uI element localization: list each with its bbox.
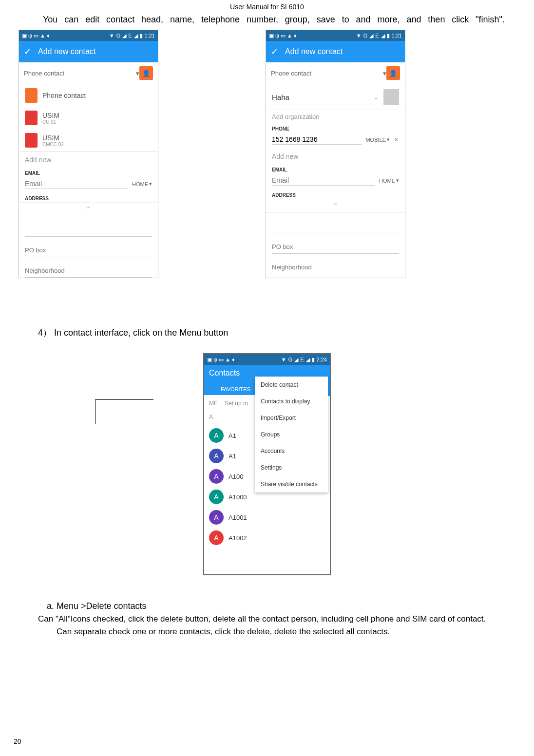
phone-input[interactable] <box>272 134 362 145</box>
email-type-selector[interactable]: HOME ▾ <box>132 181 152 187</box>
email-type-selector[interactable]: HOME ▾ <box>379 177 399 184</box>
dropdown-icon: ▾ <box>136 70 139 77</box>
avatar-icon: A <box>209 428 224 443</box>
subsection-heading: a. Menu >Delete contacts <box>38 600 515 613</box>
account-selector[interactable]: Phone contact ▾ 👤 <box>19 62 158 84</box>
subsection-p2: Can separate check one or more contacts,… <box>38 625 515 638</box>
address-label: ADDRESS <box>19 193 158 202</box>
contact-avatar-icon: 👤 <box>386 66 400 80</box>
expand-icon[interactable]: ⌄ <box>373 94 379 101</box>
sig3-icon: ◢ <box>306 357 310 363</box>
sig-icon: ◢ <box>294 357 298 363</box>
pobox-input[interactable] <box>272 240 399 254</box>
sim-icon <box>25 133 38 148</box>
photo-placeholder[interactable] <box>383 89 399 105</box>
collapse-icon[interactable]: ⌃ <box>266 199 405 213</box>
sig-icon: ◢ <box>122 33 126 39</box>
sig2-icon: E <box>128 33 132 38</box>
email-input[interactable] <box>25 179 128 189</box>
sig2-icon: E <box>300 357 304 362</box>
contact-name: A1001 <box>229 514 247 521</box>
account-option-usim2[interactable]: USIMCMCC 02 <box>19 129 158 151</box>
avatar-icon: A <box>209 449 224 463</box>
name-input[interactable] <box>272 93 368 101</box>
organization-input[interactable]: Add organization <box>266 110 405 123</box>
finish-icon[interactable]: ✓ <box>271 46 278 57</box>
doc-header: User Manual for SL6010 <box>0 0 534 11</box>
sig2-icon: E <box>375 33 379 38</box>
email-label: EMAIL <box>19 168 158 177</box>
app-bar: ✓ Add new contact <box>266 41 405 62</box>
nav-icon: ▣ ψ ▭ ▲ ♦ <box>269 33 297 39</box>
avatar-icon: A <box>209 510 224 525</box>
app-bar: ✓ Add new contact <box>19 41 158 62</box>
clock: 1:21 <box>145 33 155 38</box>
pobox-input[interactable] <box>25 244 152 257</box>
page-number: 20 <box>14 737 21 745</box>
status-bar: ▣ ψ ▭ ▲ ♦ ▼ G ◢ E ◢ ▮ 1:21 <box>19 30 158 41</box>
neighborhood-input[interactable] <box>25 264 152 278</box>
battery-icon: ▮ <box>312 357 315 363</box>
neighborhood-input[interactable] <box>272 261 399 274</box>
net-icon: G <box>288 357 293 362</box>
option-sublabel: CMCC 02 <box>42 142 64 147</box>
dropdown-icon: ▾ <box>383 70 386 77</box>
app-title: Add new contact <box>285 47 343 56</box>
contact-name: A1000 <box>229 493 247 501</box>
contact-name: A1 <box>229 453 236 460</box>
phone-type-selector[interactable]: MOBILE ▾ <box>365 136 390 143</box>
clock: 2:24 <box>317 357 327 362</box>
wifi-icon: ▼ <box>109 33 114 38</box>
status-bar: ▣ ψ ▭ ▲ ♦ ▼ G ◢ E ◢ ▮ 2:24 <box>204 354 330 365</box>
account-selector[interactable]: Phone contact ▾ 👤 <box>266 62 405 84</box>
addr-line1[interactable] <box>25 223 152 237</box>
contact-row[interactable]: AA1002 <box>204 528 330 548</box>
screenshot-contacts-menu: ▣ ψ ▭ ▲ ♦ ▼ G ◢ E ◢ ▮ 2:24 Contacts FAVO… <box>203 353 331 575</box>
avatar-icon: A <box>209 530 224 545</box>
menu-settings[interactable]: Settings <box>255 459 328 476</box>
menu-accounts[interactable]: Accounts <box>255 443 328 459</box>
account-option-phone[interactable]: Phone contact <box>19 84 158 107</box>
contact-row[interactable]: AA1001 <box>204 507 330 528</box>
phone-contact-icon <box>25 88 38 103</box>
add-new-row[interactable]: Add new <box>266 149 405 164</box>
sig3-icon: ◢ <box>134 33 138 39</box>
screenshot-add-contact-2: ▣ ψ ▭ ▲ ♦ ▼ G ◢ E ◢ ▮ 1:21 ✓ Add new con… <box>266 30 405 278</box>
menu-delete-contact[interactable]: Delete contact <box>255 377 328 393</box>
avatar-icon: A <box>209 490 224 504</box>
menu-contacts-display[interactable]: Contacts to display <box>255 393 328 410</box>
option-label: USIM <box>42 134 64 142</box>
email-input[interactable] <box>272 175 375 186</box>
menu-share-visible[interactable]: Share visible contacts <box>255 476 328 492</box>
nav-icon: ▣ ψ ▭ ▲ ♦ <box>207 357 235 363</box>
contact-avatar-icon: 👤 <box>139 66 153 80</box>
close-icon[interactable]: ✕ <box>394 136 399 143</box>
account-option-usim1[interactable]: USIMCU 01 <box>19 107 158 129</box>
account-dropdown: Phone contact USIMCU 01 USIMCMCC 02 <box>19 84 158 152</box>
add-new-row[interactable]: Add new <box>19 152 158 168</box>
account-label: Phone contact <box>271 70 311 77</box>
battery-icon: ▮ <box>387 33 390 39</box>
email-label: EMAIL <box>266 164 405 173</box>
avatar-icon: A <box>209 469 224 484</box>
step-4-text: 4） In contact interface, click on the Me… <box>0 327 534 343</box>
app-title: Add new contact <box>38 47 95 56</box>
finish-icon[interactable]: ✓ <box>24 46 31 57</box>
wifi-icon: ▼ <box>281 357 286 362</box>
option-label: Phone contact <box>42 92 86 99</box>
contact-name: A100 <box>229 473 243 480</box>
overflow-menu: Delete contact Contacts to display Impor… <box>255 377 328 492</box>
account-label: Phone contact <box>24 70 64 77</box>
sig-icon: ◢ <box>369 33 373 39</box>
menu-groups[interactable]: Groups <box>255 426 328 443</box>
me-setup-text: Set up m <box>225 400 248 407</box>
sig3-icon: ◢ <box>381 33 385 39</box>
battery-icon: ▮ <box>140 33 143 39</box>
addr-line1[interactable] <box>272 220 399 233</box>
contact-name: A1002 <box>229 534 247 542</box>
collapse-icon[interactable]: ⌃ <box>19 202 158 216</box>
clock: 1:21 <box>392 33 402 38</box>
menu-import-export[interactable]: Import/Export <box>255 410 328 426</box>
sim-icon <box>25 111 38 125</box>
annotation-line <box>95 399 153 424</box>
